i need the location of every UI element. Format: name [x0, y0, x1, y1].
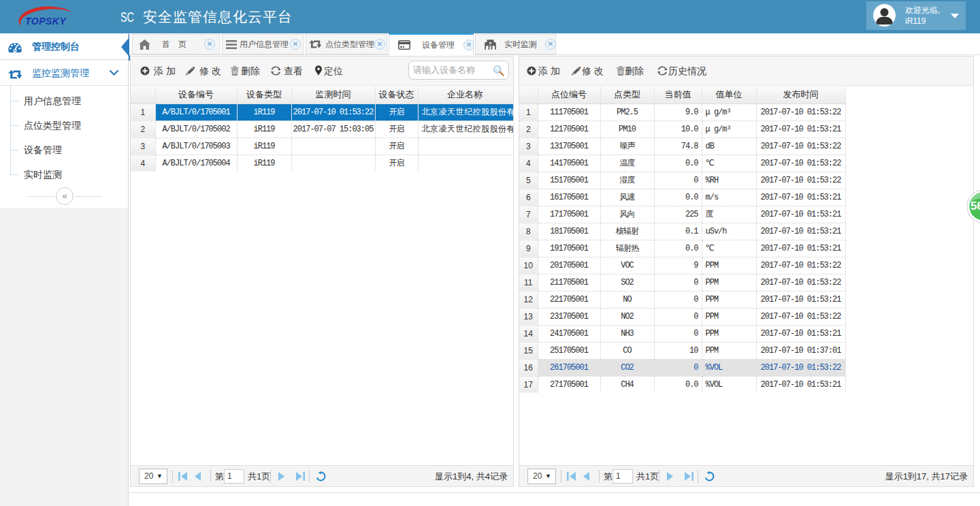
- svg-text:TOPSKY: TOPSKY: [25, 16, 67, 27]
